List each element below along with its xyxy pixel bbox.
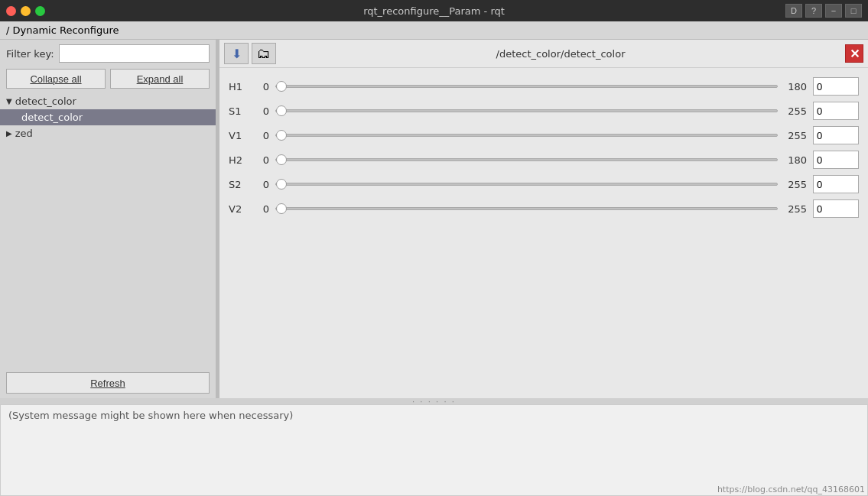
- param-label-s1: S1: [229, 105, 252, 117]
- slider-thumb-s1[interactable]: [276, 105, 287, 116]
- collapse-all-btn[interactable]: Collapse all: [6, 69, 106, 89]
- expand-all-btn[interactable]: Expand all: [110, 69, 210, 89]
- param-slider-v1[interactable]: [275, 134, 778, 137]
- param-min-s2: 0: [258, 179, 269, 190]
- arrow-icon: ▼: [6, 97, 12, 105]
- dock-btn[interactable]: D: [785, 4, 802, 18]
- param-slider-v2[interactable]: [275, 207, 778, 210]
- param-min-s1: 0: [258, 105, 269, 117]
- param-label-h1: H1: [229, 81, 252, 92]
- param-input-v1[interactable]: [813, 126, 859, 144]
- param-min-h1: 0: [258, 81, 269, 92]
- help-btn[interactable]: ?: [805, 4, 822, 18]
- close-panel-btn[interactable]: ✕: [845, 44, 863, 63]
- param-max-v1: 255: [784, 130, 807, 141]
- param-row-s1: S1 0 255: [219, 99, 868, 123]
- close-icon: ✕: [850, 47, 860, 61]
- slider-thumb-h2[interactable]: [276, 154, 287, 165]
- slider-thumb-v2[interactable]: [276, 203, 287, 214]
- window-close-btn[interactable]: [6, 6, 16, 16]
- right-toolbar: ⬇ 🗂 /detect_color/detect_color ✕: [219, 40, 868, 68]
- title-bar: rqt_reconfigure__Param - rqt D ? − □: [0, 0, 868, 21]
- slider-thumb-s2[interactable]: [276, 179, 287, 190]
- param-label-s2: S2: [229, 179, 252, 190]
- window-max-btn[interactable]: [35, 6, 45, 16]
- main-container: / Dynamic Reconfigure Filter key: Collap…: [0, 21, 868, 496]
- param-slider-h2-container: [275, 152, 778, 167]
- param-max-h1: 180: [784, 81, 807, 92]
- param-input-s2[interactable]: [813, 175, 859, 193]
- params-area: H1 0 180 S1 0: [219, 68, 868, 398]
- tree-area: ▼ detect_color detect_color ▶ zed: [0, 93, 216, 368]
- tree-item-detect-color-child[interactable]: detect_color: [0, 109, 216, 125]
- slider-thumb-v1[interactable]: [276, 130, 287, 141]
- param-slider-h2[interactable]: [275, 158, 778, 161]
- minimize-btn[interactable]: −: [825, 4, 842, 18]
- filter-row: Filter key:: [0, 40, 216, 67]
- status-message: (System message might be shown here when…: [8, 410, 293, 421]
- download-btn[interactable]: ⬇: [224, 43, 249, 64]
- watermark: https://blog.csdn.net/qq_43168601: [717, 485, 865, 494]
- param-slider-s1[interactable]: [275, 109, 778, 112]
- status-bar: (System message might be shown here when…: [0, 404, 868, 496]
- param-row-h1: H1 0 180: [219, 74, 868, 99]
- param-input-h1[interactable]: [813, 77, 859, 96]
- window-title: rqt_reconfigure__Param - rqt: [363, 5, 505, 17]
- param-slider-s1-container: [275, 103, 778, 118]
- folder-btn[interactable]: 🗂: [252, 43, 276, 64]
- param-input-v2[interactable]: [813, 199, 859, 218]
- param-slider-h1-container: [275, 79, 778, 94]
- tree-item-label: detect_color: [21, 112, 83, 123]
- param-slider-h1[interactable]: [275, 85, 778, 88]
- content-area: Filter key: Collapse all Expand all ▼ de…: [0, 40, 868, 398]
- filter-label: Filter key:: [6, 48, 54, 60]
- tree-item-detect-color-parent[interactable]: ▼ detect_color: [0, 93, 216, 109]
- refresh-btn[interactable]: Refresh: [6, 372, 210, 394]
- param-min-h2: 0: [258, 154, 269, 166]
- filter-input[interactable]: [59, 44, 210, 63]
- param-max-s1: 255: [784, 105, 807, 117]
- param-max-h2: 180: [784, 154, 807, 166]
- path-label: /detect_color/detect_color: [279, 48, 842, 60]
- param-slider-v2-container: [275, 201, 778, 216]
- button-row: Collapse all Expand all: [0, 67, 216, 93]
- param-slider-s2[interactable]: [275, 183, 778, 186]
- param-input-s1[interactable]: [813, 102, 859, 120]
- tree-item-label: detect_color: [15, 96, 76, 107]
- param-row-s2: S2 0 255: [219, 172, 868, 196]
- app-header: / Dynamic Reconfigure: [0, 21, 868, 40]
- tree-item-label: zed: [15, 128, 33, 139]
- tree-item-zed[interactable]: ▶ zed: [0, 125, 216, 141]
- app-title: / Dynamic Reconfigure: [6, 24, 119, 36]
- param-row-v2: V2 0 255: [219, 196, 868, 221]
- restore-btn[interactable]: □: [845, 4, 862, 18]
- param-slider-v1-container: [275, 128, 778, 143]
- param-input-h2[interactable]: [813, 151, 859, 169]
- left-panel: Filter key: Collapse all Expand all ▼ de…: [0, 40, 216, 398]
- param-row-v1: V1 0 255: [219, 123, 868, 148]
- title-bar-right: D ? − □: [785, 4, 862, 18]
- param-label-v1: V1: [229, 130, 252, 141]
- download-icon: ⬇: [232, 47, 242, 61]
- right-panel: ⬇ 🗂 /detect_color/detect_color ✕ H1 0: [219, 40, 868, 398]
- param-label-h2: H2: [229, 154, 252, 166]
- folder-icon: 🗂: [257, 46, 271, 62]
- window-min-btn[interactable]: [21, 6, 31, 16]
- param-min-v2: 0: [258, 203, 269, 215]
- param-max-s2: 255: [784, 179, 807, 190]
- param-row-h2: H2 0 180: [219, 148, 868, 172]
- param-min-v1: 0: [258, 130, 269, 141]
- param-label-v2: V2: [229, 203, 252, 215]
- param-slider-s2-container: [275, 177, 778, 192]
- horizontal-splitter[interactable]: · · · · · ·: [0, 398, 868, 404]
- arrow-icon: ▶: [6, 129, 12, 138]
- slider-thumb-h1[interactable]: [276, 81, 287, 92]
- param-max-v2: 255: [784, 203, 807, 215]
- window-controls: [6, 6, 45, 16]
